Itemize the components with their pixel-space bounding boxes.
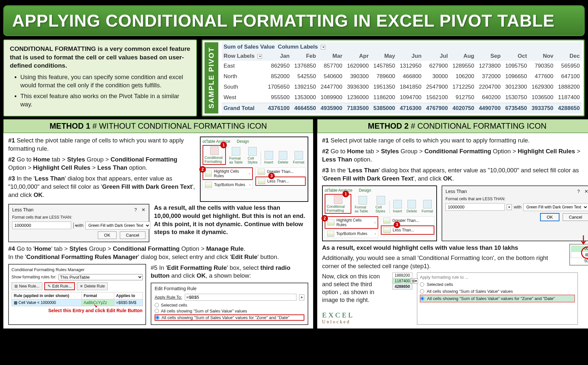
rules-scope-select[interactable]: This PivotTable [58,274,143,280]
less-than-value-input[interactable] [12,222,71,229]
m2-step2: #2 Go to Home tab > Styles Group > Condi… [322,147,588,164]
pivot-row: North85200054255054060039030078960046680… [222,71,582,82]
edit-rule-opt1[interactable]: Selected cells [155,303,304,308]
edit-rule-opt3[interactable]: All cells showing "Sum of Sales Value" v… [155,314,304,321]
m2-callout-1: 1 [342,191,349,197]
edit-formatting-rule-dialog: Edit Formatting Rule Apply Rule To: Sele… [151,283,308,325]
less-than-format-select-m2[interactable]: Green Fill with Dark Green Text [523,203,588,211]
sample-pivot-panel: SAMPLE PIVOT Sum of Sales Value Column L… [202,39,585,117]
excel-unlocked-logo: E X C E LUnlocked [322,311,388,325]
ribbon-fat-m2[interactable]: Format as Table [353,195,372,214]
method1-header: METHOD 1 # WITHOUT CONDITIONAL FORMATTIN… [3,119,313,133]
ok-button[interactable]: OK [98,231,117,239]
m1-result-note: As a result, all the cells with value le… [154,204,308,242]
callout-1: 1 [220,142,227,148]
pivot-row: Grand Total43761004664550493590071835005… [222,103,582,114]
delete-rule-button[interactable]: ✕ Delete Rule [77,282,108,290]
m2-result-a: As a result, excel would highlight cells… [322,244,565,252]
spinner-icon-m2[interactable] [507,204,512,210]
ribbon-del-m2[interactable]: Delete [405,199,418,214]
edit-rule-button[interactable]: ✎ Edit Rule... [44,282,75,290]
m1-step5: #5 In 'Edit Formatting Rule' box, select… [151,264,308,280]
cancel-button-m2[interactable]: Cancel [563,213,588,221]
pivot-row: South17056501392150244770039363001951350… [222,82,582,92]
intro-box: CONDITIONAL FORMATTING is a very common … [3,39,197,117]
pivot-table: Sum of Sales Value Column Labels Row Lab… [222,42,582,114]
ribbon-figure-m2: otTable AnalyzeDesign Conditional Format… [322,185,437,241]
ribbon-fmt-m2[interactable]: Format [420,199,434,214]
edit-rule-opt2[interactable]: All cells showing "Sum of Sales Value" v… [155,309,304,313]
menu-top-bottom-rules[interactable]: Top/Bottom Rules› [203,181,253,189]
method2-header: METHOD 2 # CONDITIONAL FORMATTING ICON [317,119,588,133]
apply-opt1[interactable]: Selected cells [420,281,575,288]
menu-lt-m2[interactable]: Less Than... [381,225,434,235]
title-banner: APPLYING CONDITIONAL FORMATTING IN EXCEL… [3,5,585,36]
menu-less-than[interactable]: Less Than... [255,177,306,186]
apply-rule-popup: Apply formatting rule to ... Selected ce… [417,272,578,325]
rules-manager-dialog: Conditional Formatting Rules Manager Sho… [8,264,146,325]
intro-lead: CONDITIONAL FORMATTING is a very common … [10,45,190,70]
red-arrow-icon [578,235,588,247]
less-than-dialog-m1: Less Than?✕ Format cells that are LESS T… [8,204,149,242]
less-than-format-select[interactable]: Green Fill with Dark Green Text [85,222,150,229]
m1-step3: #3 In the 'Less Than' dialog box that ap… [8,175,195,199]
pivot-row: West955500135300010899001236000118620010… [222,92,582,103]
m2-callout-2: 2 [321,215,328,222]
ribbon-cf-m2[interactable]: Conditional Formatting [325,194,351,214]
spinner-icon[interactable] [73,223,74,228]
ribbon-ins-m2[interactable]: Insert [392,199,403,214]
column-dropdown-icon[interactable] [321,45,325,50]
m2-result-c: Now, click on this icon and select the t… [322,272,388,304]
m2-result-b: Additionally, you would see a small 'Con… [322,254,565,270]
ok-button-m2[interactable]: OK [540,213,559,221]
intro-bullet-2: This excel feature also works on the Piv… [14,92,190,109]
ribbon-cell-styles[interactable]: Cell Styles [246,146,259,165]
less-than-dialog-m2: Less Than?✕ Format cells that are LESS T… [442,185,588,241]
cancel-button[interactable]: Cancel [120,231,145,239]
menu-greater-than[interactable]: Greater Than... [255,167,306,176]
m1-step2: #2 Go to Home tab > Styles Group > Condi… [8,156,195,172]
m2-step1: #1 Select pivot table range of cells to … [322,137,588,145]
m1-step4: #4 Go to 'Home' tab > Styles Group > Con… [8,245,308,261]
ribbon-delete[interactable]: Delete [276,150,290,165]
callout-3: 3 [268,173,275,179]
intro-bullet-1: Using this feature, you can specify some… [14,73,190,90]
range-picker-icon[interactable] [299,294,304,300]
cf-icon-thumbnail: 00 ⊞ 50 [569,244,588,266]
ribbon-format-as-table[interactable]: Format as Table [228,146,244,165]
menu-tbr-m2[interactable]: Top/Bottom Rules› [325,229,378,238]
menu-highlight-cells-rules[interactable]: Highlight Cells Rules› [203,167,253,180]
pivot-row: East862950137685085770016209001457850131… [222,61,582,71]
apply-rule-to-input[interactable] [185,294,296,301]
page-title: APPLYING CONDITIONAL FORMATTING IN EXCEL… [12,11,576,31]
menu-gt-m2[interactable]: Greater Than... [381,216,434,225]
ribbon-cs-m2[interactable]: Cell Styles [374,195,388,214]
ribbon-figure-m1: otTable AnalyzeDesign Conditional Format… [200,137,308,202]
less-than-value-input-m2[interactable] [446,203,505,211]
selected-cells-preview: 1888200 1187400 ⊞▾ 4288650 [392,272,412,290]
m2-step3: #3 In the 'Less Than' dialog box that ap… [322,166,588,183]
ribbon-format[interactable]: Format [292,150,306,165]
callout-2: 2 [199,166,206,173]
cf-smart-icon[interactable]: ⊞▾ [411,278,418,284]
sample-pivot-label: SAMPLE PIVOT [205,42,218,114]
pivot-header: Sum of Sales Value Column Labels [222,42,582,52]
m1-step1: #1 Select the pivot table range of cells… [8,137,195,153]
apply-opt2[interactable]: All cells showing "Sum of Sales Value" v… [420,288,575,295]
ribbon-insert[interactable]: Insert [263,150,275,165]
m2-callout-3: 3 [394,222,400,228]
menu-hcr-m2[interactable]: Highlight Cells Rules› [325,216,378,229]
apply-opt3[interactable]: All cells showing "Sum of Sales Value" v… [420,295,575,302]
new-rule-button[interactable]: ⊞ New Rule... [11,282,42,290]
